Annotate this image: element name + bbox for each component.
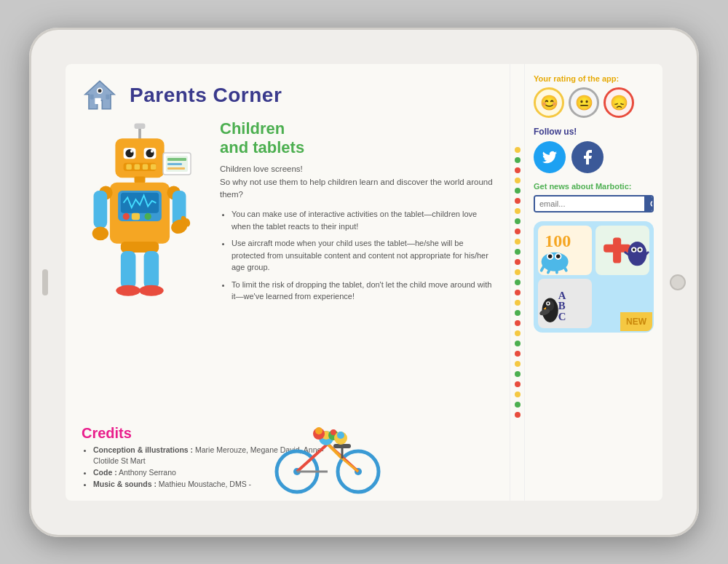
- article-area: Children and tablets Children love scree…: [220, 119, 496, 326]
- svg-text:A: A: [558, 289, 566, 301]
- tablet: Parents Corner: [29, 28, 699, 537]
- nav-dot[interactable]: [515, 249, 521, 255]
- page-title: Parents Corner: [130, 84, 282, 107]
- svg-point-26: [145, 213, 151, 219]
- nav-dot[interactable]: [515, 330, 521, 336]
- nav-dot[interactable]: [515, 178, 521, 183]
- svg-marker-0: [85, 81, 114, 108]
- svg-rect-18: [143, 164, 148, 169]
- nav-dot[interactable]: [515, 310, 521, 316]
- twitter-button[interactable]: [534, 141, 566, 173]
- svg-rect-57: [333, 444, 351, 448]
- svg-rect-16: [126, 164, 131, 169]
- rating-section: Your rating of the app: 😊 😐 😞: [534, 74, 654, 118]
- svg-text:100: 100: [545, 231, 571, 250]
- nav-dot[interactable]: [515, 259, 521, 265]
- nav-dot[interactable]: [515, 381, 521, 387]
- bullet-list: You can make use of interactive activiti…: [220, 208, 496, 303]
- svg-rect-37: [144, 251, 159, 288]
- nav-dot[interactable]: [515, 290, 521, 295]
- svg-line-49: [297, 444, 328, 472]
- social-icons: [534, 141, 654, 173]
- bullet-item: You can make use of interactive activiti…: [232, 208, 496, 232]
- svg-point-31: [92, 226, 108, 240]
- rating-faces: 😊 😐 😞: [534, 87, 654, 118]
- nav-dot[interactable]: [515, 208, 521, 214]
- nav-dot[interactable]: [515, 188, 521, 194]
- happy-face-button[interactable]: 😊: [534, 87, 564, 118]
- facebook-button[interactable]: [571, 141, 604, 173]
- nav-dot[interactable]: [515, 300, 521, 306]
- svg-point-14: [151, 150, 154, 153]
- svg-line-73: [548, 268, 550, 272]
- bullet-item: Use aircraft mode when your child uses t…: [232, 237, 496, 274]
- nav-dot[interactable]: [515, 371, 521, 377]
- svg-rect-29: [94, 191, 108, 228]
- content-row: Children and tablets Children love scree…: [82, 119, 496, 326]
- house-icon: [82, 79, 118, 112]
- new-badge: NEW: [620, 312, 652, 331]
- nav-dot[interactable]: [515, 341, 521, 346]
- volume-button[interactable]: [42, 269, 48, 295]
- dot-navigation: [510, 64, 524, 501]
- robot-illustration: [82, 119, 213, 326]
- svg-rect-43: [167, 163, 182, 165]
- nav-dot[interactable]: [515, 229, 521, 234]
- svg-rect-42: [167, 158, 186, 161]
- svg-rect-44: [167, 167, 185, 170]
- header: Parents Corner: [82, 79, 496, 112]
- svg-point-11: [130, 150, 133, 153]
- neutral-face-button[interactable]: 😐: [569, 87, 599, 118]
- rating-label: Your rating of the app:: [534, 74, 654, 83]
- twitter-icon: [541, 148, 558, 166]
- intro-text: Children love screens!So why not use the…: [220, 163, 496, 201]
- sad-face-button[interactable]: 😞: [604, 87, 634, 118]
- svg-rect-77: [604, 244, 630, 252]
- svg-line-52: [342, 458, 358, 472]
- app-medical-svg: [596, 226, 649, 275]
- app-thumbnail-medical[interactable]: [596, 226, 649, 275]
- app-thumbnail-100[interactable]: 100: [538, 226, 592, 275]
- svg-rect-23: [121, 192, 159, 213]
- email-input[interactable]: [535, 196, 644, 211]
- svg-rect-7: [135, 123, 146, 128]
- svg-rect-20: [135, 176, 146, 183]
- nav-dot[interactable]: [515, 412, 521, 418]
- nav-dot[interactable]: [515, 167, 521, 173]
- bike-illustration: [269, 408, 386, 495]
- follow-label: Follow us!: [534, 127, 654, 137]
- svg-point-71: [556, 254, 561, 258]
- news-label: Get news about Marbotic:: [534, 182, 654, 191]
- ok-button[interactable]: OK: [644, 196, 654, 211]
- svg-rect-36: [121, 251, 136, 288]
- svg-point-69: [548, 254, 553, 258]
- nav-dot[interactable]: [515, 239, 521, 245]
- svg-point-39: [139, 285, 164, 295]
- right-sidebar: Your rating of the app: 😊 😐 😞 Follow us!: [524, 64, 662, 501]
- svg-rect-35: [121, 242, 159, 253]
- nav-dot[interactable]: [515, 320, 521, 326]
- nav-dot[interactable]: [515, 218, 521, 224]
- main-content: Parents Corner: [66, 64, 510, 501]
- email-form: OK: [534, 195, 654, 213]
- nav-dot[interactable]: [515, 351, 521, 357]
- svg-text:C: C: [558, 311, 566, 322]
- svg-rect-4: [90, 94, 94, 99]
- nav-dot[interactable]: [515, 147, 521, 153]
- svg-rect-1: [95, 98, 100, 103]
- app-thumbnail-abc[interactable]: A B C: [538, 279, 592, 328]
- nav-dot[interactable]: [515, 198, 521, 204]
- article-title: Children and tablets: [220, 119, 496, 158]
- nav-dot[interactable]: [515, 157, 521, 163]
- nav-dot[interactable]: [515, 392, 521, 397]
- news-section: Get news about Marbotic: OK: [534, 182, 654, 213]
- screen: Parents Corner: [66, 64, 662, 501]
- svg-rect-5: [106, 94, 109, 99]
- nav-dot[interactable]: [515, 402, 521, 408]
- nav-dot[interactable]: [515, 361, 521, 367]
- svg-line-72: [542, 264, 545, 270]
- nav-dot[interactable]: [515, 279, 521, 285]
- svg-point-82: [638, 248, 641, 251]
- home-button[interactable]: [670, 274, 686, 290]
- nav-dot[interactable]: [515, 269, 521, 275]
